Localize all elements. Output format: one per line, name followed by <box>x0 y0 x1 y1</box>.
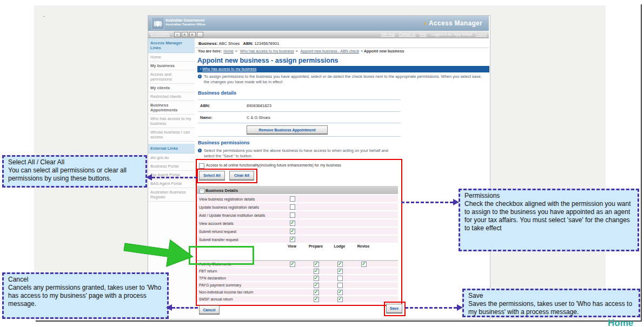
breadcrumb-links: Home» Who has access to my business» App… <box>222 49 364 53</box>
contrast-icon[interactable]: ◐ <box>174 32 181 37</box>
breadcrumb-separator: » <box>296 49 299 53</box>
toolbar-link[interactable]: Help <box>420 32 427 36</box>
sidebar-item-ato-gov-au[interactable]: ato.gov.au <box>148 154 195 162</box>
arrowhead-right-icon <box>457 304 463 311</box>
sidebar-item-australian-business-register[interactable]: Australian Business Register <box>148 188 195 202</box>
checkbox[interactable] <box>314 269 319 274</box>
checkbox[interactable] <box>314 297 319 302</box>
checkbox[interactable] <box>290 221 295 226</box>
sidebar-item-whose-business-i-can-access[interactable]: Whose business I can access <box>148 128 195 142</box>
app-title: ›Access Manager <box>424 19 482 27</box>
arrowhead-left-icon <box>146 174 152 181</box>
toolbar-right: Site mapContact usHelp Logged in as: Vij… <box>381 32 487 36</box>
checkbox[interactable] <box>290 262 295 267</box>
accessibility-link[interactable]: Accessibility <box>150 32 169 36</box>
connector-cancel <box>172 307 198 309</box>
arrowhead-right-icon <box>453 199 459 205</box>
checkbox[interactable] <box>337 269 343 274</box>
permission-row: FBT return <box>197 268 398 275</box>
collapse-icon[interactable]: − <box>200 189 204 193</box>
column-header-view: View <box>282 244 302 248</box>
blank-icon[interactable] <box>197 32 203 37</box>
checkbox[interactable] <box>290 229 295 234</box>
sidebar-item-access-and-permissions[interactable]: Access and permissions <box>148 70 195 84</box>
connector-save <box>405 307 457 309</box>
checkbox[interactable] <box>290 196 295 202</box>
cancel-callout: CancelCancels any permissions granted, t… <box>2 272 169 319</box>
breadcrumb-link[interactable]: Home <box>223 49 234 53</box>
checkbox[interactable] <box>314 262 319 267</box>
detail-name-value: C & G Shoes <box>247 115 270 120</box>
permission-label: Add / Update financial institution detai… <box>199 213 265 217</box>
permission-row: View business registration details <box>197 195 398 203</box>
logged-in-text: Logged in as: Vijay Mallya <box>431 32 472 36</box>
info-icon-2: i <box>198 149 202 152</box>
access-all-checkbox[interactable] <box>199 163 204 169</box>
permission-label: SMSF annual return <box>199 297 233 301</box>
back-arrow-icon: ‹ <box>200 67 201 71</box>
sidebar-item-business-appointments[interactable]: Business Appointments <box>148 101 195 115</box>
name-row: Name: C & G Shoes <box>198 112 401 123</box>
chevron-icon: › <box>424 19 427 27</box>
checkbox[interactable] <box>337 297 343 302</box>
sidebar-item-who-has-access-to-my-business[interactable]: Who has access to my business <box>148 115 195 128</box>
breadcrumb-link[interactable]: Appoint new business - ABN check <box>301 49 360 53</box>
green-arrow-icon <box>120 239 198 273</box>
checkbox[interactable] <box>314 283 319 288</box>
permission-row: Add / Update financial institution detai… <box>197 211 398 219</box>
sidebar-item-home[interactable]: Home <box>148 53 195 62</box>
page-intro: To assign permissions to the business yo… <box>204 74 483 84</box>
callout-title: Permissions <box>464 192 633 200</box>
business-details-section-bar[interactable]: − Business Details <box>197 186 398 195</box>
cancel-button[interactable]: Cancel <box>199 305 220 314</box>
toolbar-link[interactable]: Site map <box>381 32 395 36</box>
sidebar-item-restricted-clients[interactable]: Restricted clients <box>148 92 195 101</box>
checkbox[interactable] <box>314 290 319 295</box>
permission-label: Update business registration details <box>199 205 259 209</box>
breadcrumb: You are here:Home» Who has access to my … <box>198 49 484 53</box>
permission-label: PAYG payment summary <box>199 283 241 287</box>
sidebar-item-business-portal[interactable]: Business Portal <box>148 162 195 171</box>
back-bar: ‹ Who has access to my business <box>197 66 489 72</box>
toolbar-link[interactable]: Contact us <box>399 32 415 36</box>
abn-row: ABN: 89083681823 <box>198 100 401 112</box>
checkbox[interactable] <box>290 204 295 210</box>
font-larger-icon[interactable]: Aˈ <box>189 32 196 37</box>
checkbox[interactable] <box>337 290 343 295</box>
connector-select-all <box>152 177 197 178</box>
business-value: ABC Shoes <box>219 41 240 46</box>
slide-border-bottom <box>36 321 642 322</box>
sidebar-item-my-business[interactable]: My business <box>148 62 195 70</box>
permission-row: View account details <box>197 219 398 228</box>
gov-line1: Australian Government <box>165 18 205 23</box>
page-title: Appoint new business - assign permission… <box>197 57 338 64</box>
checkbox[interactable] <box>314 276 319 281</box>
select-clear-annotation-box <box>197 169 257 183</box>
breadcrumb-separator: » <box>235 49 238 53</box>
font-smaller-icon[interactable]: Aˈ <box>182 32 188 37</box>
checkbox[interactable] <box>337 276 343 281</box>
sidebar-item-my-clients[interactable]: My clients <box>148 84 195 92</box>
sidebar-item-bas-agent-portal[interactable]: BAS Agent Portal <box>148 179 195 188</box>
toolbar-links: Site mapContact usHelp <box>381 32 430 36</box>
breadcrumb-link[interactable]: Who has access to my business <box>240 49 294 53</box>
simple-rows: View business registration detailsUpdate… <box>197 195 398 244</box>
permission-label: TFN declaration <box>199 276 226 280</box>
logout-link[interactable]: Logout <box>476 32 487 36</box>
checkbox[interactable] <box>290 237 295 242</box>
column-header-revise: Revise <box>354 244 373 248</box>
permission-row: Submit refund request <box>197 228 398 236</box>
checkbox[interactable] <box>337 262 343 267</box>
slide-border-right <box>641 4 642 322</box>
permission-row: Submit transfer request <box>197 236 398 244</box>
remove-business-appointment-button[interactable]: Remove Business Appointment <box>247 125 328 134</box>
checkbox[interactable] <box>290 212 295 218</box>
accessibility-buttons: ◐AˈAˈ <box>174 32 204 37</box>
checkbox[interactable] <box>361 262 367 267</box>
home-link[interactable]: Home <box>608 318 633 327</box>
column-header-prepare: Prepare <box>306 244 326 248</box>
business-details-table: ABN: 89083681823 Name: C & G Shoes Remov… <box>198 99 401 137</box>
back-link[interactable]: Who has access to my business <box>202 67 256 71</box>
save-annotation-box <box>384 302 406 316</box>
checkbox[interactable] <box>337 283 343 288</box>
